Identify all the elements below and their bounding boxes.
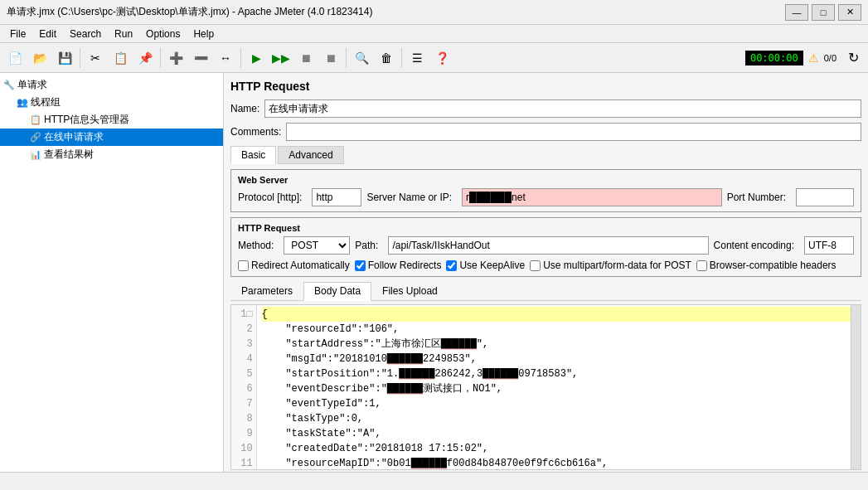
maximize-button[interactable]: □ (812, 4, 835, 21)
save-button[interactable]: 💾 (53, 46, 76, 70)
line-num-5: 5 (235, 366, 253, 381)
line-num-8: 8 (235, 411, 253, 426)
sub-tab-parameters[interactable]: Parameters (230, 282, 303, 300)
tree-item-online-request[interactable]: 🔗 在线申请请求 (0, 129, 223, 146)
name-field-row: Name: (230, 99, 861, 118)
code-line-9: "taskState":"A", (262, 426, 856, 441)
run-all-button[interactable]: ▶▶ (269, 46, 293, 70)
tree-item-single-request[interactable]: 🔧 单请求 (0, 76, 223, 94)
warning-icon: ⚠ (808, 51, 819, 65)
toolbar-separator-3 (240, 48, 241, 68)
tree-item-label: HTTP信息头管理器 (44, 113, 129, 127)
menu-file[interactable]: File (3, 27, 32, 41)
code-editor[interactable]: 1□ 2 3 4 5 6 7 8 9 10 11 12 13□ (230, 304, 861, 470)
tree-item-label: 单请求 (17, 78, 47, 92)
refresh-button[interactable]: ↻ (841, 46, 865, 70)
checkboxes-row: Redirect Automatically Follow Redirects … (238, 260, 854, 271)
menu-help[interactable]: Help (187, 27, 221, 41)
code-line-6: "eventDescribe":"██████测试接口，NO1", (262, 381, 856, 396)
tab-basic[interactable]: Basic (230, 146, 276, 164)
name-label: Name: (230, 103, 259, 114)
comments-field-row: Comments: (230, 123, 861, 141)
tree-item-http-header[interactable]: 📋 HTTP信息头管理器 (0, 111, 223, 129)
scrollbar[interactable] (851, 305, 861, 469)
sub-tab-bar: Parameters Body Data Files Upload (230, 282, 861, 301)
encoding-label: Content encoding: (714, 240, 794, 251)
tree-item-view-results[interactable]: 📊 查看结果树 (0, 146, 223, 163)
code-content: { "resourceId":"106", "startAddress":"上海… (257, 305, 861, 470)
minimize-button[interactable]: — (785, 4, 808, 21)
tab-advanced[interactable]: Advanced (278, 146, 343, 164)
tree-item-thread-group[interactable]: 👥 线程组 (0, 94, 223, 111)
toggle-button[interactable]: ↔ (214, 46, 237, 70)
error-count: 0/0 (824, 53, 836, 63)
cut-button[interactable]: ✂ (84, 46, 107, 70)
paste-button[interactable]: 📌 (133, 46, 157, 70)
keep-alive-label: Use KeepAlive (446, 260, 525, 271)
code-line-2: "resourceId":"106", (262, 322, 856, 337)
open-button[interactable]: 📂 (28, 46, 51, 70)
menu-search[interactable]: Search (63, 27, 108, 41)
close-button[interactable]: ✕ (838, 4, 861, 21)
line-num-6: 6 (235, 381, 253, 396)
browser-headers-label: Browser-compatible headers (696, 260, 836, 271)
menu-edit[interactable]: Edit (32, 27, 63, 41)
line-num-1: 1□ (235, 307, 253, 322)
server-input[interactable] (462, 188, 722, 206)
online-request-icon: 🔗 (30, 132, 41, 143)
copy-button[interactable]: 📋 (109, 46, 132, 70)
main-layout: 🔧 单请求 👥 线程组 📋 HTTP信息头管理器 🔗 在线申请请求 📊 查看结果… (0, 73, 868, 472)
browse-button[interactable]: 🔍 (350, 46, 373, 70)
list-button[interactable]: ☰ (405, 46, 429, 70)
tree-item-label: 在线申请请求 (44, 130, 104, 144)
keep-alive-checkbox[interactable] (446, 260, 457, 271)
content-panel: HTTP Request Name: Comments: Basic Advan… (224, 73, 868, 472)
encoding-input[interactable] (804, 236, 854, 255)
code-line-8: "taskType":0, (262, 411, 856, 426)
tree-item-label: 线程组 (31, 95, 61, 109)
new-button[interactable]: 📄 (3, 46, 27, 70)
browser-headers-checkbox[interactable] (696, 260, 707, 271)
form-title: HTTP Request (230, 80, 861, 93)
sub-tab-body-data[interactable]: Body Data (303, 282, 371, 301)
expand-button[interactable]: ➕ (164, 46, 187, 70)
redirect-auto-checkbox[interactable] (238, 260, 249, 271)
line-num-9: 9 (235, 426, 253, 441)
code-line-4: "msgId":"20181010██████2249853", (262, 352, 856, 366)
port-input[interactable] (796, 188, 854, 206)
line-num-3: 3 (235, 337, 253, 352)
clear-button[interactable]: 🗑 (375, 46, 398, 70)
follow-redirects-checkbox[interactable] (355, 260, 366, 271)
comments-input[interactable] (286, 123, 861, 141)
line-num-11: 11 (235, 456, 253, 470)
stop-button[interactable]: ⏹ (294, 46, 318, 70)
stop-now-button[interactable]: ⏹ (319, 46, 342, 70)
menu-run[interactable]: Run (108, 27, 139, 41)
web-server-row: Protocol [http]: Server Name or IP: Port… (238, 188, 854, 206)
tree-item-label: 查看结果树 (44, 148, 94, 162)
help-button[interactable]: ❓ (430, 46, 453, 70)
tree-panel: 🔧 单请求 👥 线程组 📋 HTTP信息头管理器 🔗 在线申请请求 📊 查看结果… (0, 73, 224, 472)
method-select[interactable]: POST GET PUT DELETE (284, 236, 350, 255)
menu-options[interactable]: Options (139, 27, 187, 41)
http-request-form: HTTP Request Name: Comments: Basic Advan… (230, 80, 861, 470)
multipart-checkbox[interactable] (530, 260, 541, 271)
single-request-icon: 🔧 (3, 80, 15, 90)
status-bar (0, 472, 868, 490)
method-label: Method: (238, 240, 274, 251)
line-num-10: 10 (235, 441, 253, 456)
title-bar-controls: — □ ✕ (785, 4, 861, 21)
sub-tab-files-upload[interactable]: Files Upload (371, 282, 449, 300)
line-num-4: 4 (235, 352, 253, 366)
run-button[interactable]: ▶ (245, 46, 268, 70)
web-server-title: Web Server (238, 175, 854, 185)
path-label: Path: (355, 240, 378, 251)
name-input[interactable] (264, 99, 861, 118)
protocol-input[interactable] (312, 188, 361, 206)
multipart-label: Use multipart/form-data for POST (530, 260, 691, 271)
view-results-icon: 📊 (30, 149, 41, 160)
path-input[interactable] (388, 236, 708, 255)
http-header-icon: 📋 (30, 114, 41, 125)
collapse-button[interactable]: ➖ (189, 46, 212, 70)
follow-redirects-label: Follow Redirects (355, 260, 442, 271)
